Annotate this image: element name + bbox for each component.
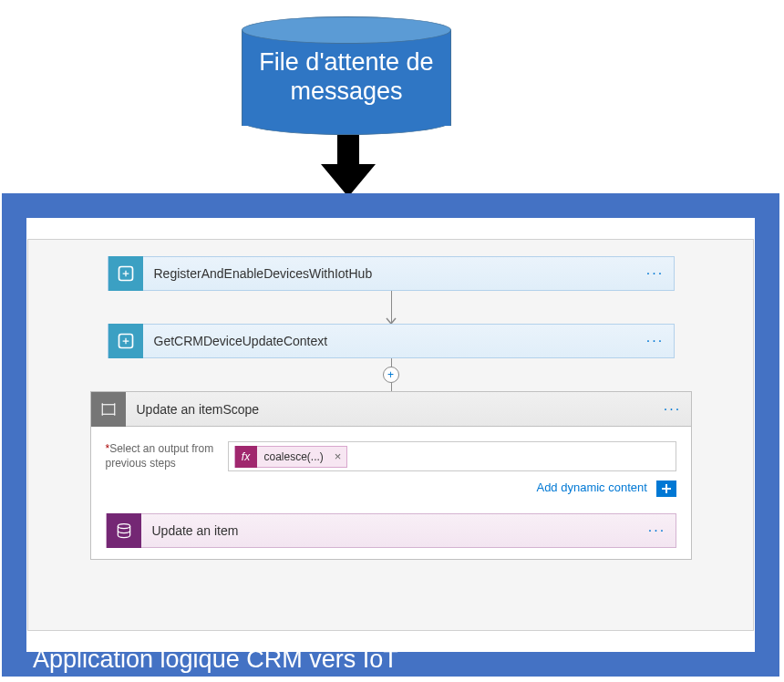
workflow-canvas: RegisterAndEnableDevicesWithIotHub ··· G… bbox=[27, 239, 754, 631]
message-queue-cylinder: File d'attente de messages bbox=[242, 16, 451, 137]
logic-app-frame: RegisterAndEnableDevicesWithIotHub ··· G… bbox=[2, 193, 779, 677]
add-dynamic-content-button[interactable] bbox=[656, 480, 676, 497]
svg-rect-4 bbox=[662, 488, 671, 490]
scope-icon bbox=[91, 392, 126, 427]
action-menu-icon[interactable]: ··· bbox=[637, 265, 674, 282]
action-get-crm-context[interactable]: GetCRMDeviceUpdateContext ··· bbox=[108, 324, 675, 358]
inner-action-menu-icon[interactable]: ··· bbox=[639, 522, 676, 539]
inner-action-title: Update an item bbox=[141, 523, 639, 538]
action-register-devices[interactable]: RegisterAndEnableDevicesWithIotHub ··· bbox=[108, 256, 675, 291]
field-label: *Select an output from previous steps bbox=[106, 441, 215, 470]
flow-arrow-icon bbox=[321, 135, 376, 197]
output-selector-input[interactable]: fx coalesce(...) × bbox=[228, 441, 676, 471]
scope-menu-icon[interactable]: ··· bbox=[655, 401, 691, 418]
workflow-action-icon bbox=[108, 324, 143, 358]
connector bbox=[108, 291, 675, 324]
scope-header[interactable]: Update an itemScope ··· bbox=[91, 392, 691, 427]
remove-token-button[interactable]: × bbox=[329, 450, 347, 463]
add-dynamic-content-link[interactable]: Add dynamic content bbox=[536, 480, 646, 494]
database-icon bbox=[107, 513, 141, 548]
expression-token[interactable]: fx coalesce(...) × bbox=[234, 446, 348, 468]
connector-with-add: + bbox=[108, 358, 675, 391]
action-menu-icon[interactable]: ··· bbox=[637, 333, 674, 349]
scope-update-item: Update an itemScope ··· *Select an outpu… bbox=[90, 391, 692, 560]
add-step-button[interactable]: + bbox=[383, 367, 399, 383]
token-label: coalesce(...) bbox=[257, 450, 329, 463]
scope-title: Update an itemScope bbox=[126, 402, 655, 417]
fx-icon: fx bbox=[235, 446, 257, 468]
svg-point-5 bbox=[118, 524, 129, 529]
action-update-item[interactable]: Update an item ··· bbox=[106, 513, 676, 548]
frame-label: Application logique CRM vers IoT bbox=[33, 646, 398, 682]
action-title: RegisterAndEnableDevicesWithIotHub bbox=[143, 266, 637, 281]
cylinder-label: File d'attente de messages bbox=[242, 47, 451, 107]
svg-rect-2 bbox=[102, 404, 115, 414]
action-title: GetCRMDeviceUpdateContext bbox=[143, 334, 637, 348]
workflow-action-icon bbox=[108, 256, 143, 291]
